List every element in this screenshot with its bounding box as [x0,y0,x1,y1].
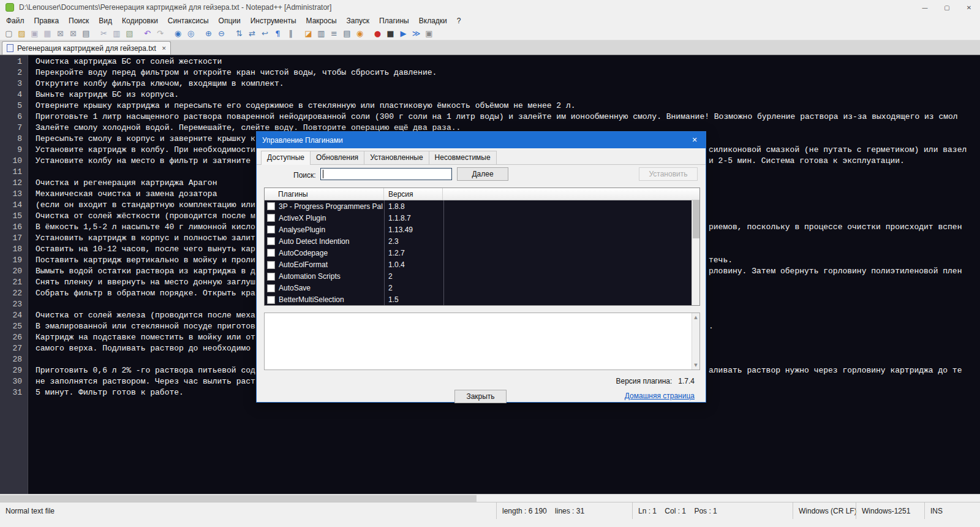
menu-item-search[interactable]: Поиск [64,15,94,26]
menu-item-tabs[interactable]: Вкладки [414,15,452,26]
editor-line[interactable]: 2Перекройте воду перед фильтром и открой… [0,67,980,78]
tab-close-icon[interactable]: ✕ [162,45,167,51]
plugin-checkbox[interactable] [267,261,275,269]
open-file-icon[interactable]: ▨ [16,28,28,39]
horizontal-scrollbar[interactable] [0,494,980,502]
line-text-continuation: риемов, поскольку в процессе очистки про… [709,222,962,233]
copy-icon[interactable]: ▥ [111,28,123,39]
plugin-row[interactable]: AutoCodepage1.2.7 [265,247,692,259]
plugin-row[interactable]: AutoSave2 [265,282,692,294]
undo-icon[interactable]: ↶ [141,28,153,39]
save-macro-icon[interactable]: ▣ [423,28,435,39]
description-scrollbar[interactable]: ▲ ▼ [692,313,699,370]
plugin-checkbox[interactable] [267,202,275,210]
paste-icon[interactable]: ▧ [124,28,135,39]
menu-item-settings[interactable]: Опции [214,15,246,26]
plugin-row[interactable]: AnalysePlugin1.13.49 [265,224,692,235]
replace-icon[interactable]: ◎ [185,28,197,39]
plugin-list-scrollbar-thumb[interactable] [693,200,699,238]
menu-item-view[interactable]: Вид [94,15,117,26]
record-macro-icon[interactable]: ● [372,28,383,39]
redo-icon[interactable]: ↷ [154,28,166,39]
menu-item-plugins[interactable]: Плагины [374,15,414,26]
document-switcher-icon[interactable]: ▤ [341,28,353,39]
dialog-tab-available[interactable]: Доступные [261,151,311,165]
menu-item-help[interactable]: ? [452,15,466,26]
save-file-icon[interactable]: ▣ [29,28,40,39]
function-list-icon[interactable]: ≡ [328,28,340,39]
dialog-tab-incompatible[interactable]: Несовместимые [429,151,497,164]
plugin-row[interactable]: 3P - Progress Programmers Pal1.8.8 [265,200,692,212]
plugin-row[interactable]: ActiveX Plugin1.1.8.7 [265,212,692,224]
column-header-plugins[interactable]: Плагины [265,188,384,200]
indent-guide-icon[interactable]: ∥ [285,28,296,39]
play-macro-icon[interactable]: ▶ [398,28,409,39]
plugin-row[interactable]: BetterMultiSelection1.5 [265,294,692,306]
monitoring-icon[interactable]: ◉ [354,28,366,39]
close-all-icon[interactable]: ⊠ [67,28,79,39]
dialog-title-bar[interactable]: Управление Плагинами ✕ [257,132,706,148]
document-map-icon[interactable]: ▥ [315,28,327,39]
plugin-list-scrollbar[interactable] [692,200,699,305]
plugin-row[interactable]: Automation Scripts2 [265,271,692,282]
horizontal-scrollbar-thumb[interactable] [0,495,477,502]
minimize-icon[interactable]: — [914,0,936,15]
notepadpp-logo-icon [6,3,14,12]
homepage-link[interactable]: Домашняя страница [625,392,695,400]
menu-item-encoding[interactable]: Кодировки [117,15,163,26]
plugin-checkbox[interactable] [267,226,275,233]
plugin-row[interactable]: Auto Detect Indention2.3 [265,235,692,247]
menu-item-language[interactable]: Синтаксисы [163,15,214,26]
plugin-checkbox[interactable] [267,214,275,222]
cut-icon[interactable]: ✂ [98,28,110,39]
plugin-name: AutoSave [279,284,384,292]
word-wrap-icon[interactable]: ↩ [259,28,271,39]
close-dialog-button[interactable]: Закрыть [454,390,507,403]
plugin-checkbox[interactable] [267,296,275,304]
print-icon[interactable]: ▤ [80,28,92,39]
scroll-up-icon[interactable]: ▲ [692,315,699,320]
sync-vertical-icon[interactable]: ⇅ [233,28,245,39]
save-all-icon[interactable]: ▦ [42,28,53,39]
plugin-row[interactable]: AutoEolFormat1.0.4 [265,259,692,270]
next-button[interactable]: Далее [457,167,508,181]
zoom-in-icon[interactable]: ⊕ [203,28,214,39]
plugin-checkbox[interactable] [267,273,275,281]
run-macro-multiple-icon[interactable]: ≫ [410,28,422,39]
stop-macro-icon[interactable]: ■ [385,28,396,39]
maximize-icon[interactable]: ▢ [936,0,958,15]
dialog-tab-installed[interactable]: Установленные [364,151,429,164]
menu-item-macro[interactable]: Макросы [301,15,342,26]
zoom-out-icon[interactable]: ⊖ [216,28,227,39]
plugin-checkbox[interactable] [267,249,275,257]
menu-item-file[interactable]: Файл [1,15,29,26]
editor-line[interactable]: 3Открутите колбу фильтра ключом, входящи… [0,78,980,89]
find-icon[interactable]: ◉ [172,28,184,39]
dialog-close-icon[interactable]: ✕ [684,132,706,148]
search-input[interactable] [320,168,452,180]
menu-item-run[interactable]: Запуск [342,15,375,26]
install-button[interactable]: Установить [639,167,698,181]
close-file-icon[interactable]: ⊠ [55,28,66,39]
editor-line[interactable]: 4Выньте картридж БС из корпуса. [0,89,980,100]
menu-item-edit[interactable]: Правка [29,15,64,26]
file-tab[interactable]: Регенерация картриджей для гейзера.txt ✕ [2,41,171,55]
new-file-icon[interactable]: ▢ [3,28,15,39]
dialog-tab-updates[interactable]: Обновления [310,151,364,164]
editor-line[interactable]: 5Отверните крышку картриджа и пересыпьте… [0,100,980,112]
sync-horizontal-icon[interactable]: ⇄ [246,28,258,39]
menu-item-tools[interactable]: Инструменты [246,15,301,26]
status-bar: Normal text file length : 6 190 lines : … [0,502,980,519]
scroll-down-icon[interactable]: ▼ [692,363,699,368]
line-number: 27 [0,343,22,354]
plugin-checkbox[interactable] [267,284,275,292]
close-icon[interactable]: ✕ [958,0,980,15]
editor-line[interactable]: 6Приготовьте 1 литр насыщенного раствора… [0,112,980,123]
plugin-version-row: Версия плагина:1.7.4 [616,377,695,385]
status-insert-mode: INS [924,502,980,519]
show-all-chars-icon[interactable]: ¶ [272,28,284,39]
column-header-version[interactable]: Версия [384,188,443,200]
plugin-checkbox[interactable] [267,237,275,245]
editor-line[interactable]: 1Очистка картриджа БС от солей жесткости [0,56,980,67]
user-defined-dialog-icon[interactable]: ◪ [303,28,314,39]
